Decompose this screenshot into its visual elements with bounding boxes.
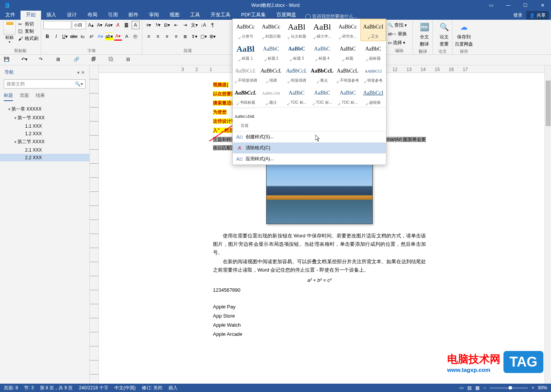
style-item-明显参考[interactable]: AABBCCI↙明显参考 (360, 63, 386, 85)
ribbon-options-icon[interactable]: ▭ (483, 0, 500, 11)
minimize-button[interactable]: — (500, 0, 517, 11)
superscript-button[interactable]: x² (87, 32, 95, 41)
view-web-button[interactable]: ▦ (475, 385, 480, 390)
underline-button[interactable]: U▾ (61, 32, 69, 41)
tab-home[interactable]: 开始 (21, 10, 41, 20)
maximize-button[interactable]: ☐ (517, 0, 534, 11)
find-button[interactable]: 🔍查找 ▾ (388, 22, 410, 29)
strike-button[interactable]: abc (70, 32, 78, 41)
asian-layout-button[interactable]: 文▾ (190, 21, 198, 29)
tab-view[interactable]: 视图 (164, 10, 185, 20)
char-shading-button[interactable]: A (123, 32, 131, 41)
nav-tab-results[interactable]: 结果 (36, 92, 45, 101)
thesis-check-button[interactable]: 🔍 论文查重 (435, 21, 453, 47)
paste-button[interactable]: 粘贴 ▾ (2, 21, 17, 47)
style-item-TOC 标...[interactable]: AaBbC↙TOC 标... (284, 85, 309, 107)
view-print-button[interactable]: ▤ (467, 385, 472, 390)
style-item-不明显强调[interactable]: AaBbCcL↙不明显强调 (233, 63, 258, 85)
tree-item[interactable]: ▼第一节 XXXX (0, 114, 89, 122)
nav-search-input[interactable]: 搜索文档 🔍▾ (4, 79, 86, 89)
status-insert[interactable]: 插入 (168, 385, 178, 391)
style-item-页眉[interactable]: AaBbCcDdE页眉 (233, 108, 256, 130)
style-item-要点[interactable]: AaBbCcL↙要点 (309, 63, 335, 85)
font-color-button[interactable]: A▾ (114, 32, 122, 41)
style-item-不明显参考[interactable]: AaBbCcL↙不明显参考 (335, 63, 360, 85)
line-spacing-button[interactable]: ⇕▾ (190, 32, 198, 41)
tab-file[interactable]: 文件 (0, 10, 21, 20)
tree-item[interactable]: 2.2 XXX (0, 154, 89, 161)
text-effects-button[interactable]: A▾ (96, 32, 104, 41)
status-words[interactable]: 240/2218 个字 (79, 385, 108, 391)
save-baidu-button[interactable]: ☁ 保存到百度网盘 (455, 21, 473, 47)
style-item-TOC 标...[interactable]: AaBbC↙TOC 标... (309, 85, 335, 107)
italic-button[interactable]: I (52, 32, 60, 41)
tab-layout[interactable]: 布局 (82, 10, 103, 20)
style-item-明显强调[interactable]: AaBbCcL↙明显强调 (284, 63, 309, 85)
font-size-combo[interactable]: 小四 (72, 21, 86, 29)
tab-review[interactable]: 审阅 (144, 10, 164, 20)
style-item-封面日期[interactable]: AaBbCc↙封面日期 (258, 19, 284, 41)
tab-insert[interactable]: 插入 (41, 10, 62, 20)
numbering-button[interactable]: ⅟▾ (154, 21, 162, 29)
tree-item[interactable]: ▼第一章 XXXXX (0, 105, 89, 114)
bold-button[interactable]: B (43, 32, 51, 41)
grow-font-button[interactable]: A▴ (87, 21, 95, 29)
borders-button[interactable]: ⊞▾ (208, 32, 217, 41)
style-item-强调[interactable]: AaBbCcL↙强调 (258, 63, 284, 85)
increase-indent-button[interactable]: ⇥ (181, 21, 189, 29)
sort-button[interactable]: ↓A (199, 21, 208, 29)
tab-tools[interactable]: 工具 (185, 10, 205, 20)
style-item-书籍标题[interactable]: AaBbCcL↙书籍标题 (233, 85, 258, 107)
tab-design[interactable]: 设计 (62, 10, 82, 20)
select-button[interactable]: ▭选择 ▾ (388, 39, 410, 46)
zoom-out-button[interactable]: − (483, 385, 486, 390)
format-painter-button[interactable]: 🖌格式刷 (18, 35, 38, 42)
search-icon[interactable]: 🔍▾ (75, 81, 83, 87)
view-read-button[interactable]: ▭ (459, 385, 464, 390)
align-center-button[interactable]: ≡ (154, 32, 162, 41)
style-item-分类号[interactable]: AaBbCc↙分类号 (233, 19, 258, 41)
style-item-硕士学...[interactable]: AaBl↙硕士学... (309, 19, 335, 41)
status-lang[interactable]: 中文(中国) (114, 385, 136, 391)
tab-developer[interactable]: 开发工具 (205, 10, 236, 20)
close-button[interactable]: ✕ (534, 0, 551, 11)
vertical-ruler[interactable] (90, 65, 99, 384)
tree-item[interactable]: 2.1 XXX (0, 146, 89, 154)
tree-item[interactable]: ▼第二节 XXXX (0, 138, 89, 146)
copy-button[interactable]: ⿻复制 (18, 28, 38, 35)
tab-references[interactable]: 引用 (103, 10, 123, 20)
copy-icon[interactable]: ⿻ (109, 57, 116, 63)
style-item-研究生...[interactable]: AaBbCc↙研究生... (335, 19, 360, 41)
multilevel-button[interactable]: ⊟▾ (163, 21, 171, 29)
redo-button[interactable]: ↷ (39, 57, 46, 63)
style-item-标题[interactable]: AaBbC↙标题 (335, 41, 360, 63)
align-left-button[interactable]: ≡ (144, 32, 153, 41)
style-item-正文[interactable]: AaBbCcI↙正文 (360, 19, 386, 41)
justify-button[interactable]: ≡ (172, 32, 180, 41)
enclose-char-button[interactable]: ㊥ (132, 32, 140, 41)
vertical-scrollbar[interactable] (545, 65, 551, 384)
nav-tab-headings[interactable]: 标题 (4, 92, 13, 101)
style-item-TOC 标...[interactable]: AaBbC↙TOC 标... (335, 85, 360, 107)
cut-button[interactable]: ✂剪切 (18, 21, 38, 27)
login-link[interactable]: 登录 (513, 12, 522, 19)
zoom-in-button[interactable]: + (532, 385, 534, 390)
style-item-超链接[interactable]: AaBbCcI↙超链接 (360, 85, 386, 107)
zoom-slider[interactable] (490, 387, 528, 389)
shrink-font-button[interactable]: A▾ (95, 21, 103, 29)
style-item-标题 2[interactable]: AaBbC↙标题 2 (258, 41, 284, 63)
distribute-button[interactable]: ≣ (181, 32, 189, 41)
nav-close-button[interactable]: ✕ (81, 70, 85, 75)
highlight-button[interactable]: ab▾ (105, 32, 113, 41)
link-icon[interactable]: 🔗 (74, 57, 81, 63)
phonetic-button[interactable]: ䷀ (122, 21, 130, 29)
nav-tab-pages[interactable]: 页面 (20, 92, 29, 101)
style-item-标题 1[interactable]: AaBl↙标题 1 (233, 41, 258, 63)
clear-format-button[interactable]: A̸ (114, 21, 122, 29)
subscript-button[interactable]: x₂ (79, 32, 87, 41)
format-icon[interactable]: ⊟ (126, 57, 133, 63)
bullets-button[interactable]: ≡▾ (144, 21, 153, 29)
change-case-button[interactable]: Aa▾ (105, 21, 113, 29)
tab-mailings[interactable]: 邮件 (123, 10, 144, 20)
status-pages[interactable]: 第 8 页，共 9 页 (40, 385, 73, 391)
